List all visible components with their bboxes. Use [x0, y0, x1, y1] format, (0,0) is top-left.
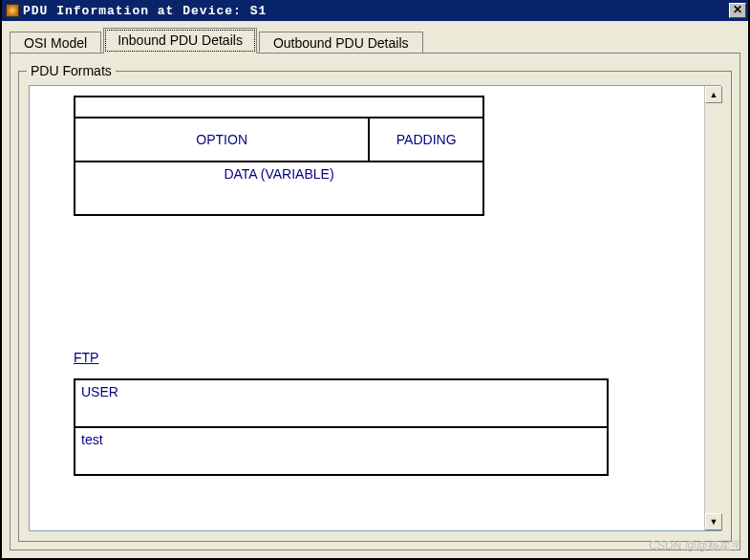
scroll-area: OPTION PADDING DATA (VARIABLE) FTP USER … [29, 85, 721, 531]
field-padding: PADDING [369, 118, 483, 162]
scroll-down-icon[interactable]: ▼ [705, 513, 722, 530]
scroll-up-icon[interactable]: ▲ [705, 86, 722, 103]
pdu-fragment-table: OPTION PADDING DATA (VARIABLE) [74, 96, 484, 216]
app-window: PDU Information at Device: S1 ✕ OSI Mode… [0, 0, 750, 560]
tab-outbound-pdu-details[interactable]: Outbound PDU Details [259, 32, 423, 54]
ftp-command-cell: USER [75, 379, 608, 427]
content-pane: OPTION PADDING DATA (VARIABLE) FTP USER … [30, 86, 704, 530]
field-data-variable: DATA (VARIABLE) [75, 162, 483, 215]
ftp-arg-cell: test [75, 427, 608, 475]
tab-osi-model[interactable]: OSI Model [10, 32, 101, 54]
client-area: OSI Model Inbound PDU Details Outbound P… [4, 21, 746, 556]
tab-inbound-pdu-details[interactable]: Inbound PDU Details [103, 28, 257, 54]
titlebar: PDU Information at Device: S1 ✕ [2, 0, 748, 21]
vertical-scrollbar[interactable]: ▲ ▼ [704, 86, 721, 530]
ftp-section-label: FTP [74, 350, 98, 365]
field-option: OPTION [75, 118, 369, 162]
group-title: PDU Formats [27, 63, 116, 78]
tab-page: PDU Formats OPTION PADDING DATA (VARIABL… [10, 53, 740, 550]
tab-strip: OSI Model Inbound PDU Details Outbound P… [10, 29, 740, 54]
close-icon[interactable]: ✕ [729, 3, 746, 18]
fragment-prev-row [75, 97, 483, 118]
pdu-formats-group: PDU Formats OPTION PADDING DATA (VARIABL… [18, 71, 732, 542]
ftp-table: USER test [74, 378, 609, 476]
window-title: PDU Information at Device: S1 [23, 4, 729, 18]
app-icon [6, 4, 19, 17]
